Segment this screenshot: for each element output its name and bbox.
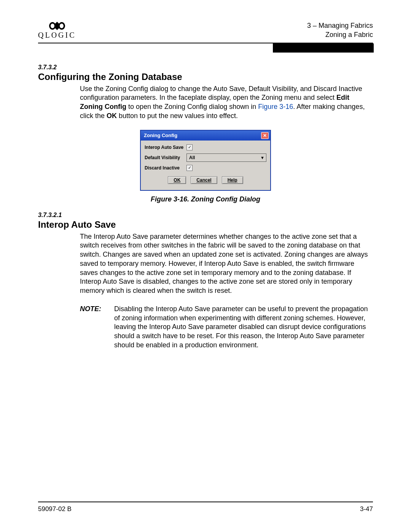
qlogic-logo-icon [48, 21, 66, 30]
checkmark-icon: ✓ [188, 165, 191, 170]
section-heading: Configuring the Zoning Database [38, 72, 373, 82]
section-number: 3.7.3.2 [38, 64, 373, 71]
note-block: NOTE: Disabling the Interop Auto Save pa… [80, 305, 373, 350]
chevron-down-icon: ▼ [260, 155, 264, 160]
interop-auto-save-label: Interop Auto Save [145, 145, 186, 150]
doc-number: 59097-02 B [38, 505, 72, 513]
figure-link[interactable]: Figure 3-16 [258, 103, 293, 110]
header-breadcrumb: 3 – Managing Fabrics Zoning a Fabric [307, 21, 373, 40]
para-text: to open the Zoning Config dialog shown i… [126, 103, 258, 110]
logo-text: QLOGIC [38, 31, 76, 40]
cancel-button[interactable]: Cancel [191, 176, 217, 184]
default-visibility-select[interactable]: All ▼ [186, 153, 266, 162]
discard-inactive-label: Discard Inactive [145, 165, 186, 171]
close-icon: ✕ [263, 133, 267, 138]
checkmark-icon: ✓ [188, 145, 191, 150]
header-black-bar [273, 43, 374, 53]
ok-button[interactable]: OK [168, 176, 186, 184]
page-header: QLOGIC 3 – Managing Fabrics Zoning a Fab… [38, 21, 373, 43]
chapter-title: 3 – Managing Fabrics [307, 21, 373, 30]
page-footer: 59097-02 B 3-47 [38, 502, 373, 513]
logo: QLOGIC [38, 21, 76, 40]
discard-inactive-checkbox[interactable]: ✓ [186, 165, 193, 171]
figure-caption: Figure 3-16. Zoning Config Dialog [38, 195, 373, 203]
select-value: All [189, 155, 195, 160]
dialog-title: Zoning Config [144, 133, 177, 138]
button-label: OK [174, 177, 180, 183]
note-text: Disabling the Interop Auto Save paramete… [114, 305, 373, 350]
section-heading: Interop Auto Save [38, 219, 373, 230]
dialog-titlebar: Zoning Config ✕ [141, 131, 270, 141]
help-button[interactable]: Help [222, 176, 243, 184]
interop-auto-save-checkbox[interactable]: ✓ [186, 144, 193, 150]
section-body: Use the Zoning Config dialog to change t… [80, 85, 373, 121]
button-label: Help [228, 177, 237, 183]
para-text: Use the Zoning Config dialog to change t… [80, 85, 362, 102]
close-button[interactable]: ✕ [261, 132, 269, 139]
zoning-config-dialog: Zoning Config ✕ Interop Auto Save ✓ Defa… [140, 130, 271, 191]
page-number: 3-47 [360, 505, 373, 513]
section-body: The Interop Auto Save parameter determin… [80, 232, 373, 296]
note-label: NOTE: [80, 305, 114, 350]
para-text: button to put the new values into effect… [117, 112, 238, 120]
default-visibility-label: Default Visibility [145, 155, 186, 160]
bold-text: OK [107, 112, 117, 120]
button-label: Cancel [196, 177, 211, 183]
section-title: Zoning a Fabric [307, 30, 373, 39]
section-number: 3.7.3.2.1 [38, 212, 373, 219]
